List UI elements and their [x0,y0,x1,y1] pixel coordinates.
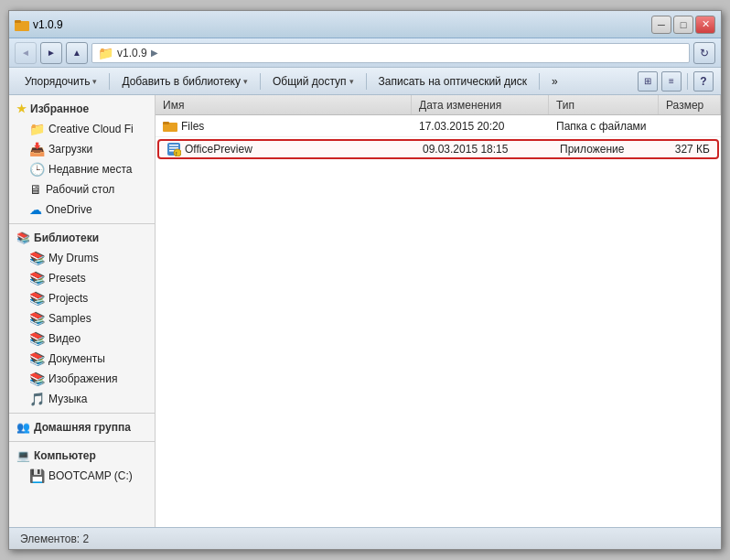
toolbar-right: ⊞ ≡ ? [638,71,714,92]
sidebar-item-projects[interactable]: 📚 Projects [9,288,155,308]
sidebar-item-music[interactable]: 🎵 Музыка [9,389,155,409]
sidebar-favorites-label: Избранное [30,102,89,115]
sidebar-item-recent[interactable]: 🕒 Недавние места [9,159,155,179]
file-type-files: Папка с файлами [549,120,659,133]
sidebar-item-samples[interactable]: 📚 Samples [9,308,155,328]
sidebar-item-label-desktop: Рабочий стол [46,183,114,196]
table-row[interactable]: ! OfficePreview 09.03.2015 18:15 Приложе… [157,139,719,159]
sidebar-libraries-label: Библиотеки [34,232,99,244]
breadcrumb-arrow: ▶ [151,48,158,58]
close-button[interactable]: ✕ [695,16,715,34]
sidebar-item-presets[interactable]: 📚 Presets [9,268,155,288]
sidebar-computer-label: Компьютер [34,449,96,462]
minimize-button[interactable]: ─ [651,16,671,34]
table-row[interactable]: Files 17.03.2015 20:20 Папка с файлами [156,115,721,137]
sidebar-section-computer: 💻 Компьютер 💾 BOOTCAMP (C:) [9,446,155,486]
sidebar: ★ Избранное 📁 Creative Cloud Fi 📥 Загруз… [9,95,156,527]
help-button[interactable]: ? [693,71,714,92]
files-name-text: Files [181,120,204,133]
toolbar-sep-3 [366,73,367,90]
sidebar-item-label-samples: Samples [48,312,91,325]
toolbar-sep-4 [539,73,540,90]
back-button[interactable]: ◄ [15,42,37,64]
sidebar-divider-3 [9,441,155,442]
burn-button[interactable]: Записать на оптический диск [370,71,536,92]
breadcrumb-path: v1.0.9 [117,47,147,59]
col-header-type[interactable]: Тип [549,95,659,114]
officepreview-size-text: 327 КБ [675,143,710,156]
window-icon [15,17,29,32]
up-button[interactable]: ▲ [66,42,88,64]
svg-rect-1 [15,20,21,23]
images-icon: 📚 [29,372,45,386]
forward-button[interactable]: ► [40,42,62,64]
more-button[interactable]: » [543,71,566,92]
folder-icon-files [163,119,177,134]
sidebar-divider-1 [9,223,155,224]
status-count: Элементов: 2 [20,533,89,545]
col-name-label: Имя [163,99,184,112]
col-header-name[interactable]: Имя [156,95,412,114]
col-header-date[interactable]: Дата изменения [412,95,549,114]
sidebar-header-libraries: 📚 Библиотеки [9,228,155,248]
sidebar-item-downloads[interactable]: 📥 Загрузки [9,139,155,159]
music-icon: 🎵 [29,392,45,406]
add-library-dropdown-arrow: ▾ [243,77,248,86]
explorer-window: v1.0.9 ─ □ ✕ ◄ ► ▲ 📁 v1.0.9 ▶ ↻ Упорядоч… [8,10,722,550]
officepreview-name-text: OfficePreview [185,143,252,156]
col-date-label: Дата изменения [419,99,501,112]
bootcamp-icon: 💾 [29,468,45,483]
main-content: ★ Избранное 📁 Creative Cloud Fi 📥 Загруз… [9,95,721,527]
projects-icon: 📚 [29,291,45,306]
address-bar: ◄ ► ▲ 📁 v1.0.9 ▶ ↻ [9,38,721,68]
sidebar-item-label-images: Изображения [48,372,117,385]
sidebar-item-documents[interactable]: 📚 Документы [9,349,155,369]
view-toggle-button[interactable]: ≡ [661,71,682,92]
maximize-button[interactable]: □ [673,16,693,34]
officepreview-type-text: Приложение [560,143,624,156]
col-type-label: Тип [556,99,574,112]
title-bar: v1.0.9 ─ □ ✕ [9,11,721,38]
video-icon: 📚 [29,331,45,346]
svg-rect-5 [169,147,178,149]
documents-icon: 📚 [29,351,45,366]
sidebar-item-images[interactable]: 📚 Изображения [9,369,155,389]
title-bar-text: v1.0.9 [33,18,63,31]
sidebar-item-desktop[interactable]: 🖥 Рабочий стол [9,179,155,199]
sidebar-scroll-area: ★ Избранное 📁 Creative Cloud Fi 📥 Загруз… [9,99,155,523]
sidebar-header-homegroup: 👥 Домашняя группа [9,417,155,437]
sidebar-item-creative-cloud[interactable]: 📁 Creative Cloud Fi [9,119,155,139]
sidebar-section-favorites: ★ Избранное 📁 Creative Cloud Fi 📥 Загруз… [9,99,155,220]
title-bar-left: v1.0.9 [15,17,63,32]
file-date-files: 17.03.2015 20:20 [412,120,549,133]
burn-label: Записать на оптический диск [379,75,528,88]
organize-dropdown-arrow: ▾ [92,77,97,86]
computer-icon: 💻 [16,449,30,462]
file-type-officepreview: Приложение [553,143,662,156]
presets-icon: 📚 [29,271,45,285]
col-header-size[interactable]: Размер [659,95,721,114]
sidebar-homegroup-label: Домашняя группа [34,421,131,434]
recent-icon: 🕒 [29,162,45,177]
file-date-officepreview: 09.03.2015 18:15 [415,143,553,156]
mydrums-icon: 📚 [29,251,45,265]
samples-icon: 📚 [29,311,45,326]
sidebar-divider-2 [9,413,155,414]
creative-cloud-icon: 📁 [29,122,45,136]
breadcrumb[interactable]: 📁 v1.0.9 ▶ [91,43,690,63]
more-label: » [552,75,558,88]
file-name-files: Files [156,119,412,134]
add-to-library-button[interactable]: Добавить в библиотеку ▾ [113,71,256,92]
share-button[interactable]: Общий доступ ▾ [264,71,362,92]
organize-button[interactable]: Упорядочить ▾ [16,71,105,92]
refresh-button[interactable]: ↻ [693,42,715,64]
file-list: Files 17.03.2015 20:20 Папка с файлами [156,115,721,527]
view-options-button[interactable]: ⊞ [638,71,658,92]
share-label: Общий доступ [273,75,347,88]
col-size-label: Размер [666,99,703,112]
sidebar-item-mydrums[interactable]: 📚 My Drums [9,248,155,268]
sidebar-item-video[interactable]: 📚 Видео [9,328,155,349]
onedrive-icon: ☁ [29,202,42,217]
sidebar-item-onedrive[interactable]: ☁ OneDrive [9,199,155,220]
sidebar-item-bootcamp[interactable]: 💾 BOOTCAMP (C:) [9,466,155,486]
